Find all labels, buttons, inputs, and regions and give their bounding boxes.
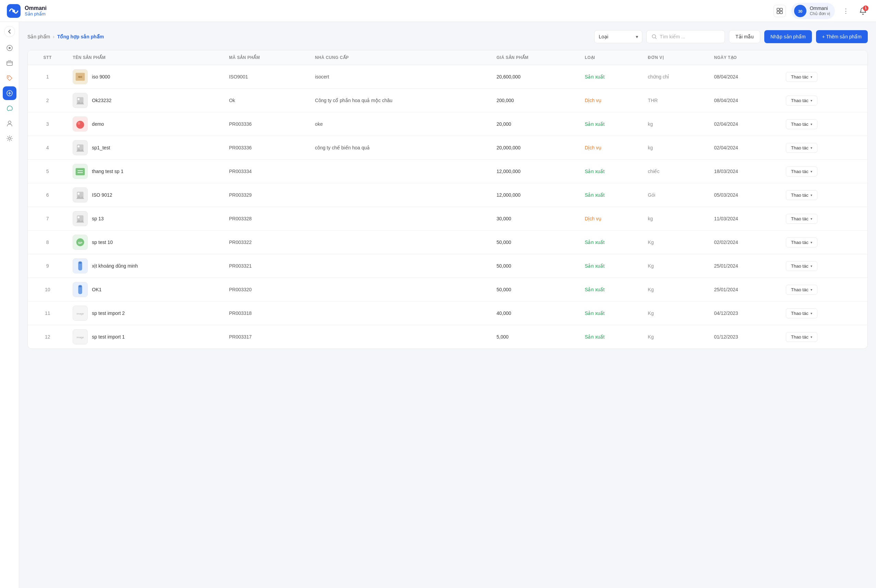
cell-supplier: Công ty cổ phần hoa quả mộc châu — [309, 89, 491, 112]
search-box[interactable] — [646, 30, 725, 43]
action-button[interactable]: Thao tác — [786, 190, 818, 200]
action-button[interactable]: Thao tác — [786, 119, 818, 129]
cell-price: 30,000 — [491, 207, 579, 231]
avatar: 30 — [794, 5, 806, 17]
search-input[interactable] — [660, 34, 720, 39]
user-role: Chủ đơn vị — [810, 11, 830, 17]
cell-name: SP sp test 10 — [67, 231, 224, 254]
cell-date: 04/12/2023 — [708, 302, 780, 325]
action-button[interactable]: Thao tác — [786, 96, 818, 105]
col-supplier: NHÀ CUNG CẤP — [309, 50, 491, 65]
cell-supplier — [309, 254, 491, 278]
user-name: Ommani — [810, 5, 830, 11]
download-template-button[interactable]: Tải mẫu — [729, 30, 760, 43]
more-options-button[interactable]: ⋮ — [840, 6, 851, 16]
product-thumbnail — [73, 164, 88, 179]
header-left: Ommani Sản phẩm — [7, 4, 46, 18]
action-button[interactable]: Thao tác — [786, 214, 818, 224]
cell-type: Dịch vụ — [579, 136, 642, 160]
cell-supplier — [309, 325, 491, 349]
type-badge: Dịch vụ — [585, 215, 602, 222]
action-button[interactable]: Thao tác — [786, 332, 818, 342]
col-date: NGÀY TẠO — [708, 50, 780, 65]
cell-supplier: công ty chế biến hoa quả — [309, 136, 491, 160]
table-body: 1 ISO iso 9000 ISO9001 isocert 20,600,00… — [28, 65, 867, 349]
cell-date: 02/02/2024 — [708, 231, 780, 254]
sidebar-back-button[interactable] — [4, 26, 15, 37]
cell-supplier — [309, 160, 491, 183]
sidebar-item-products[interactable] — [3, 86, 16, 100]
user-pill[interactable]: 30 Ommani Chủ đơn vị — [791, 3, 835, 19]
cell-type: Sản xuất — [579, 160, 642, 183]
cell-date: 01/12/2023 — [708, 325, 780, 349]
sidebar-item-circle[interactable] — [3, 41, 16, 55]
product-thumbnail — [73, 282, 88, 297]
svg-point-11 — [8, 77, 9, 78]
svg-point-23 — [76, 121, 84, 129]
app-subtitle: Sản phẩm — [25, 11, 46, 16]
cell-name: demo — [67, 112, 224, 136]
import-products-button[interactable]: Nhập sản phẩm — [764, 30, 812, 43]
cell-action: Thao tác — [780, 231, 867, 254]
cell-stt: 8 — [28, 231, 67, 254]
cell-unit: Kg — [642, 278, 708, 302]
cell-price: 50,000 — [491, 278, 579, 302]
sidebar-item-settings[interactable] — [3, 132, 16, 145]
action-button[interactable]: Thao tác — [786, 237, 818, 248]
cell-stt: 11 — [28, 302, 67, 325]
app-logo — [7, 4, 21, 18]
type-filter-wrapper: Loại Sản xuất Dịch vụ — [594, 30, 642, 43]
cell-price: 20,600,000 — [491, 65, 579, 89]
add-product-button[interactable]: + Thêm sản phẩm — [816, 30, 868, 43]
cell-action: Thao tác — [780, 302, 867, 325]
type-filter-select[interactable]: Loại Sản xuất Dịch vụ — [594, 30, 642, 43]
cell-name: image sp test import 2 — [67, 302, 224, 325]
cell-price: 50,000 — [491, 254, 579, 278]
cell-price: 20,000,000 — [491, 136, 579, 160]
chevron-left-icon — [7, 29, 12, 34]
svg-point-27 — [78, 145, 80, 147]
cell-action: Thao tác — [780, 136, 867, 160]
type-badge: Sản xuất — [585, 333, 604, 340]
table-row: 6 ISO 9012 PR003329 12,000,000 Sản xuất … — [28, 183, 867, 207]
cell-name: sp 13 — [67, 207, 224, 231]
action-button[interactable]: Thao tác — [786, 72, 818, 82]
cell-code: Ok — [224, 89, 309, 112]
svg-rect-3 — [780, 8, 782, 10]
sidebar-item-person[interactable] — [3, 117, 16, 130]
action-button[interactable]: Thao tác — [786, 166, 818, 177]
cell-type: Sản xuất — [579, 325, 642, 349]
notification-button[interactable]: 1 — [857, 5, 869, 17]
sidebar-item-leaf[interactable] — [3, 101, 16, 115]
action-button[interactable]: Thao tác — [786, 143, 818, 153]
action-button[interactable]: Thao tác — [786, 261, 818, 271]
app-title-group: Ommani Sản phẩm — [25, 5, 46, 16]
table-row: 7 sp 13 PR003328 30,000 Dịch vụ kg 11/03… — [28, 207, 867, 231]
sidebar-item-box[interactable] — [3, 56, 16, 70]
cell-stt: 1 — [28, 65, 67, 89]
cell-date: 02/04/2024 — [708, 112, 780, 136]
table-row: 9 xịt khoáng dũng minh PR003321 50,000 S… — [28, 254, 867, 278]
cell-action: Thao tác — [780, 160, 867, 183]
product-thumbnail: ISO — [73, 69, 88, 84]
svg-text:30: 30 — [798, 9, 802, 14]
sidebar-item-tag[interactable] — [3, 71, 16, 85]
table-row: 1 ISO iso 9000 ISO9001 isocert 20,600,00… — [28, 65, 867, 89]
cell-unit: kg — [642, 136, 708, 160]
product-thumbnail: SP — [73, 235, 88, 250]
products-table: STT TÊN SẢN PHẨM MÃ SẢN PHẨM NHÀ CUNG CẤ… — [28, 50, 867, 348]
action-button[interactable]: Thao tác — [786, 308, 818, 318]
sidebar — [0, 22, 19, 588]
cell-type: Sản xuất — [579, 65, 642, 89]
grid-view-button[interactable] — [774, 5, 786, 17]
col-stt: STT — [28, 50, 67, 65]
table-row: 5 thang test sp 1 PR003334 12,000,000 Sả… — [28, 160, 867, 183]
cell-supplier: isocert — [309, 65, 491, 89]
cell-action: Thao tác — [780, 325, 867, 349]
action-button[interactable]: Thao tác — [786, 285, 818, 295]
svg-rect-44 — [79, 286, 82, 288]
product-name: thang test sp 1 — [92, 169, 123, 174]
cell-type: Sản xuất — [579, 231, 642, 254]
svg-point-32 — [78, 193, 80, 195]
table-row: 12 image sp test import 1 PR003317 5,000… — [28, 325, 867, 349]
